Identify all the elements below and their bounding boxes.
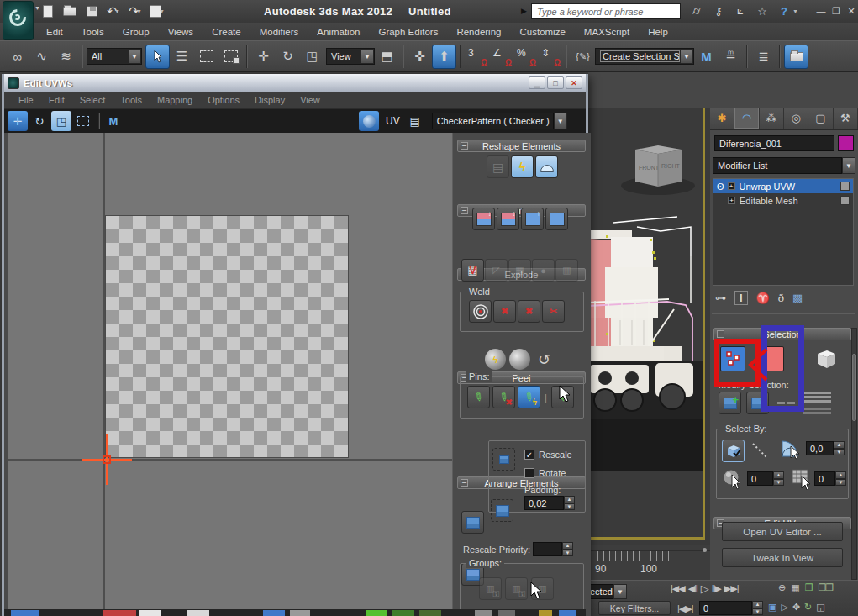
uvw-menu-file[interactable]: File xyxy=(11,95,41,105)
search-expand-arrow[interactable]: ▶ xyxy=(521,7,527,15)
arrow-tool-icon[interactable]: ▷ xyxy=(781,602,787,613)
bottom-icon-chip[interactable] xyxy=(187,610,209,616)
padding-value[interactable]: 0,02 xyxy=(524,496,564,510)
flatten-by-matid-button[interactable]: ▦ xyxy=(508,259,531,282)
search-input[interactable]: Type a keyword or phrase xyxy=(531,3,681,19)
uvw-mirror-button[interactable]: M xyxy=(103,111,124,131)
rescale-checkbox[interactable]: ✓ xyxy=(524,450,534,460)
weld-selected-button[interactable]: ✖ xyxy=(493,300,516,323)
uvw-menu-tools[interactable]: Tools xyxy=(113,95,150,105)
collapse-icon[interactable]: – xyxy=(717,330,724,338)
flatten-by-smoothing-button[interactable]: ▦V xyxy=(461,259,484,282)
flatten-custom-button[interactable]: ▥ xyxy=(555,259,578,282)
tweak-in-view-button[interactable]: Tweak In View xyxy=(722,548,843,567)
expand-icon[interactable]: + xyxy=(728,182,735,190)
select-and-link-button[interactable]: ∞ xyxy=(5,45,29,69)
angle-spinner[interactable]: 0,0 ▲▼ xyxy=(806,441,845,455)
favorites-star-icon[interactable]: ☆ xyxy=(751,3,773,19)
select-by-cube-button[interactable] xyxy=(722,440,745,462)
tab-hierarchy[interactable]: ⁂ xyxy=(760,108,784,129)
uv-canvas[interactable] xyxy=(8,133,452,616)
pin-stack-icon[interactable]: ⊶ xyxy=(715,292,726,304)
uvw-freeform-button[interactable] xyxy=(73,111,93,131)
menu-modifiers[interactable]: Modifiers xyxy=(250,27,308,37)
checker-texture-tile[interactable] xyxy=(105,215,349,458)
open-uv-editor-button[interactable]: Open UV Editor ... xyxy=(722,522,843,541)
current-frame-spinner[interactable]: 0 ▲▼ xyxy=(699,601,763,615)
uvw-close-button[interactable]: ✕ xyxy=(566,76,582,89)
keyboard-shortcut-override-button[interactable]: ⬆ xyxy=(432,45,456,69)
spinner-arrows[interactable]: ▲▼ xyxy=(562,542,573,556)
uvw-minimize-button[interactable]: ▁ xyxy=(529,76,545,89)
bottom-icon-chip[interactable] xyxy=(392,610,414,616)
redo-button[interactable]: ↷▼ xyxy=(124,2,146,20)
pin-button[interactable]: ✎ xyxy=(467,386,490,408)
application-menu-button[interactable]: ▼ xyxy=(3,1,34,40)
tab-display[interactable]: ▢ xyxy=(808,108,833,129)
rearrange-elements-button[interactable] xyxy=(491,499,513,522)
zoom-extents-all-icon[interactable]: ❒❒ xyxy=(819,582,834,593)
stack-row-unwrap-uvw[interactable]: ʘ + Unwrap UVW xyxy=(713,179,853,193)
ring-loop-icons[interactable] xyxy=(803,392,831,414)
break-button[interactable]: ✂ xyxy=(542,300,565,323)
menu-edit[interactable]: Edit xyxy=(37,27,72,37)
matid-spinner[interactable]: 0 ▲▼ xyxy=(814,471,846,486)
angle-snap-button[interactable]: ∠Ω xyxy=(489,45,513,69)
menu-tools[interactable]: Tools xyxy=(72,27,113,37)
bind-to-space-warp-button[interactable]: ≋ xyxy=(54,45,78,69)
timeline[interactable]: 90 100 xyxy=(588,545,710,580)
spinner-snap-button[interactable]: ⇕Ω xyxy=(538,45,562,69)
select-by-path-icon[interactable] xyxy=(750,441,771,463)
select-and-rotate-button[interactable]: ↻ xyxy=(276,45,300,69)
unpin-button[interactable]: ✎✖ xyxy=(492,386,515,408)
named-selection-arrow-icon[interactable]: ▼ xyxy=(680,49,693,64)
selected-keys-arrow-icon[interactable]: ▼ xyxy=(613,584,627,599)
stitch-custom-button[interactable]: ↓ xyxy=(472,208,495,230)
stack-row-editable-mesh[interactable]: + Editable Mesh xyxy=(713,193,853,208)
uvw-menu-edit[interactable]: Edit xyxy=(41,95,72,105)
zoom-region-icon[interactable]: ◱ xyxy=(816,602,824,613)
layer-manager-button[interactable]: ≣ xyxy=(751,45,776,69)
smoothing-spinner[interactable]: 0 ▲▼ xyxy=(747,471,784,486)
matid-value[interactable]: 0 xyxy=(814,471,835,486)
uvw-rotate-button[interactable]: ↻ xyxy=(29,111,50,131)
tab-create[interactable]: ✱ xyxy=(710,108,734,129)
pan-hand-icon[interactable]: ✥ xyxy=(792,602,799,613)
map-dropdown-arrow-icon[interactable]: ▼ xyxy=(554,113,567,129)
collapse-icon[interactable]: – xyxy=(461,142,468,150)
bottom-icon-chip[interactable] xyxy=(139,610,161,616)
viewcube-right-label[interactable]: RIGHT xyxy=(661,163,681,169)
menu-maxscript[interactable]: MAXScript xyxy=(575,27,639,37)
next-frame-button[interactable]: ‖▶ xyxy=(712,583,721,594)
tab-modify[interactable]: ◠ xyxy=(734,108,759,129)
select-by-angle-button[interactable] xyxy=(779,438,801,461)
zoom-extents-selected-icon[interactable]: ❒ xyxy=(805,582,813,593)
relax-tool-button[interactable] xyxy=(535,155,558,178)
map-dropdown[interactable]: CheckerPattern ( Checker ) ▼ xyxy=(432,113,567,129)
menu-customize[interactable]: Customize xyxy=(510,27,574,37)
reference-coordinate-arrow-icon[interactable]: ▼ xyxy=(361,49,374,64)
time-slider-track[interactable] xyxy=(588,550,710,551)
bottom-icon-chip[interactable] xyxy=(498,610,515,616)
spinner-arrows[interactable]: ▲▼ xyxy=(835,471,846,486)
stitch-average-button[interactable]: ↕ xyxy=(497,208,519,230)
uvw-menu-mapping[interactable]: Mapping xyxy=(150,95,200,105)
open-file-button[interactable] xyxy=(59,2,81,20)
rescale-option[interactable]: ✓ Rescale xyxy=(524,450,572,460)
bottom-icon-chip[interactable] xyxy=(366,610,387,616)
bottom-icon-chip[interactable] xyxy=(559,610,576,616)
padding-spinner[interactable]: 0,02 ▲▼ xyxy=(524,496,575,510)
search-icon[interactable]: ⌭ xyxy=(686,3,708,19)
play-button[interactable]: ▷ xyxy=(701,582,708,595)
menu-rendering[interactable]: Rendering xyxy=(447,27,510,37)
save-file-button[interactable] xyxy=(81,2,103,20)
peel-mode-button[interactable] xyxy=(509,349,530,370)
viewcube-front-label[interactable]: FRONT xyxy=(639,165,660,171)
flatten-by-face-button[interactable]: ● xyxy=(532,259,555,282)
spinner-arrows[interactable]: ▲▼ xyxy=(834,441,845,455)
flatten-by-angle-button[interactable]: ◸ xyxy=(485,259,508,282)
time-configuration-icon[interactable]: ▣ xyxy=(768,602,776,613)
bottom-icon-chip[interactable] xyxy=(290,610,310,616)
spinner-arrows[interactable]: ▲▼ xyxy=(564,496,575,510)
select-and-scale-button[interactable]: ◳ xyxy=(300,45,324,69)
